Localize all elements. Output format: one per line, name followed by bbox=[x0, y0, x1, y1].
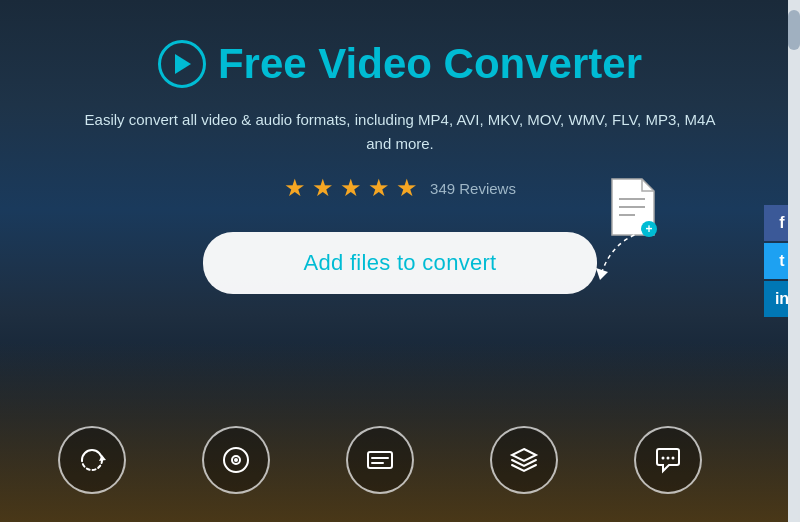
add-files-area: Add files to convert + bbox=[203, 232, 596, 294]
scrollbar-thumb[interactable] bbox=[788, 10, 800, 50]
star-4: ★ bbox=[368, 174, 390, 202]
svg-point-15 bbox=[672, 457, 675, 460]
convert-button[interactable] bbox=[58, 426, 126, 494]
reviews-count: 349 Reviews bbox=[430, 180, 516, 197]
app-title: Free Video Converter bbox=[218, 40, 642, 88]
title-row: Free Video Converter bbox=[158, 40, 642, 88]
star-2: ★ bbox=[312, 174, 334, 202]
ratings-row: ★ ★ ★ ★ ★ 349 Reviews bbox=[284, 174, 516, 202]
star-5-half: ★ bbox=[396, 174, 418, 202]
star-3: ★ bbox=[340, 174, 362, 202]
svg-point-13 bbox=[662, 457, 665, 460]
main-content: Free Video Converter Easily convert all … bbox=[0, 0, 800, 294]
subtitles-button[interactable] bbox=[346, 426, 414, 494]
svg-point-14 bbox=[667, 457, 670, 460]
add-files-button[interactable]: Add files to convert bbox=[203, 232, 596, 294]
play-triangle bbox=[175, 54, 191, 74]
svg-point-9 bbox=[234, 458, 238, 462]
star-1: ★ bbox=[284, 174, 306, 202]
bottom-icons-row bbox=[0, 426, 760, 494]
twitter-label: t bbox=[779, 252, 784, 270]
app-logo-icon bbox=[158, 40, 206, 88]
scrollbar[interactable] bbox=[788, 0, 800, 522]
support-button[interactable] bbox=[634, 426, 702, 494]
media-button[interactable] bbox=[202, 426, 270, 494]
svg-rect-10 bbox=[368, 452, 392, 468]
layers-button[interactable] bbox=[490, 426, 558, 494]
linkedin-label: in bbox=[775, 290, 789, 308]
facebook-label: f bbox=[779, 214, 784, 232]
dashed-arrow bbox=[582, 222, 652, 282]
app-subtitle: Easily convert all video & audio formats… bbox=[60, 108, 740, 156]
